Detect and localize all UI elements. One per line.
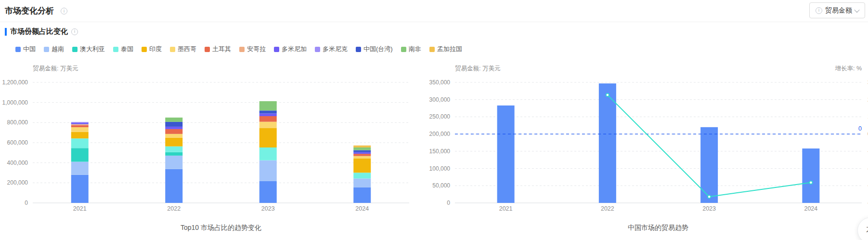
bar-segment-泰国[interactable] [165, 147, 182, 152]
left-y-tick-label: 0 [447, 200, 450, 206]
legend-item-墨西哥[interactable]: 墨西哥 [170, 45, 196, 53]
bar-segment-越南[interactable] [71, 162, 89, 175]
right-chart-right-axis-title: 增长率: % [834, 65, 862, 72]
bar-2021[interactable] [497, 106, 515, 203]
legend-swatch [15, 47, 21, 52]
info-icon[interactable]: i [71, 28, 78, 35]
stacked-bars[interactable] [71, 101, 371, 203]
bar-segment-土耳其[interactable] [259, 116, 277, 122]
bar-segment-泰国[interactable] [71, 138, 89, 148]
bar-segment-孟加拉国[interactable] [353, 146, 371, 147]
right-chart-left-axis-title: 贸易金额: 万美元 [455, 65, 500, 72]
x-tick-label: 2022 [167, 205, 181, 212]
bar-segment-澳大利亚[interactable] [165, 152, 182, 156]
y-tick-label: 1,000,000 [2, 99, 28, 106]
legend-item-孟加拉国[interactable]: 孟加拉国 [429, 45, 462, 53]
legend-swatch [401, 47, 406, 52]
bar-segment-中国[interactable] [165, 169, 182, 203]
section-header: 市场份额占比变化 i [5, 27, 78, 36]
charts-area: 贸易金额: 万美元 Top10 市场占比的趋势变化 0200,000400,00… [0, 55, 868, 240]
bar-segment-墨西哥[interactable] [71, 127, 89, 132]
bar-segment-泰国[interactable] [259, 147, 277, 160]
legend-item-南非[interactable]: 南非 [401, 45, 421, 53]
x-tick-label: 2024 [355, 205, 369, 212]
legend-swatch [170, 47, 175, 52]
legend-swatch [356, 47, 361, 52]
section-accent-bar [5, 28, 7, 36]
bar-2023[interactable] [700, 127, 718, 203]
bar-segment-中国[interactable] [71, 175, 89, 203]
panel-header: 市场变化分析 i i 贸易金额 [0, 0, 868, 22]
growth-point[interactable] [708, 195, 711, 198]
bar-segment-墨西哥[interactable] [165, 134, 182, 138]
legend-item-越南[interactable]: 越南 [44, 45, 64, 53]
legend-item-多米尼克[interactable]: 多米尼克 [315, 45, 348, 53]
bar-segment-多米尼克[interactable] [71, 122, 89, 123]
info-icon[interactable]: i [61, 8, 67, 14]
legend-label: 多米尼克 [323, 45, 348, 53]
top10-market-trend-chart: 贸易金额: 万美元 Top10 市场占比的趋势变化 0200,000400,00… [0, 55, 414, 240]
legend-item-泰国[interactable]: 泰国 [113, 45, 133, 53]
legend-swatch [274, 47, 279, 52]
bar-segment-安哥拉[interactable] [71, 124, 89, 125]
bar-segment-墨西哥[interactable] [259, 122, 277, 128]
bar-segment-泰国[interactable] [353, 173, 371, 178]
bar-segment-印度[interactable] [353, 159, 371, 173]
bar-segment-多米尼加[interactable] [353, 152, 371, 154]
legend-item-多米尼加[interactable]: 多米尼加 [274, 45, 307, 53]
zero-reference-label: 0 [858, 125, 862, 132]
bar-segment-越南[interactable] [165, 156, 182, 169]
bar-segment-多米尼加[interactable] [165, 127, 182, 129]
legend-item-土耳其[interactable]: 土耳其 [205, 45, 231, 53]
info-icon: i [816, 7, 822, 14]
legend-item-印度[interactable]: 印度 [142, 45, 162, 53]
left-chart-y-axis-title: 贸易金额: 万美元 [33, 65, 78, 72]
legend-swatch [72, 47, 78, 52]
bar-segment-澳大利亚[interactable] [71, 148, 89, 161]
bar-2024[interactable] [802, 148, 819, 203]
right-chart-title: 中国市场的贸易趋势 [628, 224, 688, 231]
bar-segment-南非[interactable] [353, 147, 371, 150]
legend-label: 中国(台湾) [363, 45, 393, 53]
bar-segment-中国(台湾)[interactable] [165, 122, 182, 127]
bar-segment-印度[interactable] [165, 138, 182, 147]
bar-segment-南非[interactable] [259, 101, 277, 110]
y-tick-label: 600,000 [7, 139, 28, 146]
gridlines: 0200,000400,000600,000800,0001,000,0001,… [2, 79, 409, 206]
bar-segment-中国[interactable] [259, 181, 277, 203]
bar-segment-南非[interactable] [165, 118, 182, 122]
bar-segment-印度[interactable] [259, 128, 277, 147]
bar-segment-中国(台湾)[interactable] [353, 150, 371, 152]
legend-label: 土耳其 [212, 45, 231, 53]
bar-segment-越南[interactable] [353, 178, 371, 187]
legend-item-中国(台湾)[interactable]: 中国(台湾) [356, 45, 393, 53]
bar-segment-土耳其[interactable] [71, 125, 89, 127]
bar-segment-越南[interactable] [259, 160, 277, 181]
legend-item-中国[interactable]: 中国 [15, 45, 36, 53]
bar-segment-土耳其[interactable] [353, 154, 371, 156]
section-title: 市场份额占比变化 [10, 27, 68, 36]
bar-segment-土耳其[interactable] [165, 129, 182, 134]
legend-swatch [113, 47, 118, 52]
bar-segment-中国[interactable] [353, 187, 371, 203]
left-y-tick-label: 150,000 [429, 148, 451, 155]
bar-segment-印度[interactable] [71, 132, 89, 138]
legend-label: 中国 [23, 45, 36, 53]
legend-swatch [44, 47, 49, 52]
legend-item-澳大利亚[interactable]: 澳大利亚 [72, 45, 105, 53]
bar-segment-墨西哥[interactable] [353, 156, 371, 159]
legend-item-安哥拉[interactable]: 安哥拉 [239, 45, 266, 53]
growth-point[interactable] [809, 181, 812, 184]
legend-label: 越南 [52, 45, 64, 53]
x-tick-label: 2021 [499, 205, 513, 212]
x-tick-label: 2023 [702, 205, 716, 212]
legend-label: 泰国 [121, 45, 133, 53]
bar-segment-中国(台湾)[interactable] [259, 110, 277, 113]
metric-selector-dropdown[interactable]: i 贸易金额 [809, 2, 865, 18]
bar-segment-多米尼加[interactable] [71, 123, 89, 124]
legend-swatch [142, 47, 147, 52]
bar-segment-多米尼加[interactable] [259, 113, 277, 116]
growth-point[interactable] [606, 93, 609, 96]
legend-swatch [315, 47, 320, 52]
trade-amount-bars[interactable] [497, 83, 820, 203]
